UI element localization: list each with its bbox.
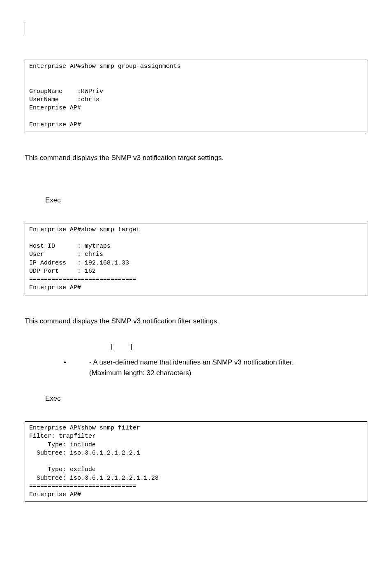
page-content: Enterprise AP#show snmp group-assignment…: [25, 60, 367, 502]
bullet-dot: •: [64, 357, 89, 368]
bullet-text: - A user-defined name that identifies an…: [89, 357, 367, 368]
corner-mark: [25, 23, 36, 34]
code-block-snmp-filter: Enterprise AP#show snmp filter Filter: t…: [25, 421, 367, 502]
code-block-snmp-target: Enterprise AP#show snmp target Host ID :…: [25, 223, 367, 295]
bullet-subtext: (Maximum length: 32 characters): [89, 368, 367, 378]
command-mode-exec-1: Exec: [45, 196, 367, 204]
syntax-brackets: [ ]: [111, 343, 367, 351]
command-mode-exec-2: Exec: [45, 395, 367, 403]
description-target: This command displays the SNMP v3 notifi…: [25, 153, 367, 163]
code-block-group-assignments: Enterprise AP#show snmp group-assignment…: [25, 60, 367, 132]
syntax-bullet: • - A user-defined name that identifies …: [64, 357, 367, 378]
description-filter: This command displays the SNMP v3 notifi…: [25, 316, 367, 327]
